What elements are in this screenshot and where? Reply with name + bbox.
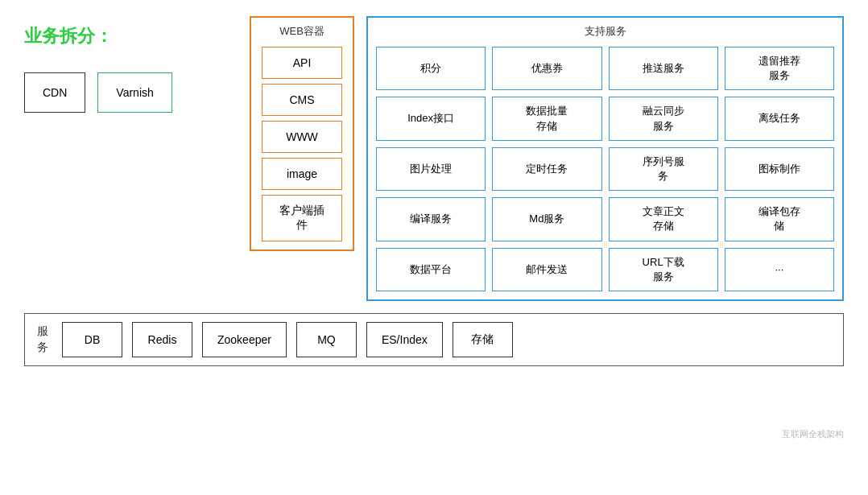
support-item-1: 积分 (376, 47, 486, 90)
support-item-5: Index接口 (376, 97, 486, 140)
support-item-20: ··· (725, 248, 834, 291)
web-box-api: API (262, 47, 342, 79)
web-box-cms: CMS (262, 84, 342, 116)
support-item-11: 序列号服务 (609, 147, 718, 191)
web-container-panel: WEB容器 API CMS WWW image 客户端插件 (250, 16, 354, 251)
bottom-section: 服 务 DB Redis Zookeeper MQ ES/Index 存储 (24, 313, 844, 366)
support-panel: 支持服务 积分 优惠券 推送服务 遗留推荐服务 Index接口 数据批量存储 融… (366, 16, 844, 301)
support-item-6: 数据批量存储 (492, 97, 601, 140)
main-container: 业务拆分： CDN Varnish WEB容器 API CMS WWW imag… (0, 0, 868, 374)
bottom-box-redis: Redis (132, 322, 192, 357)
bottom-box-storage: 存储 (453, 322, 513, 357)
left-panel: 业务拆分： CDN Varnish (24, 16, 250, 113)
support-item-19: URL下载服务 (609, 248, 718, 291)
support-item-18: 邮件发送 (492, 248, 601, 291)
support-item-14: Md服务 (492, 197, 601, 241)
web-container-title: WEB容器 (279, 24, 324, 39)
support-grid: 积分 优惠券 推送服务 遗留推荐服务 Index接口 数据批量存储 融云同步服务… (376, 47, 834, 291)
support-item-2: 优惠券 (492, 47, 601, 90)
support-item-10: 定时任务 (492, 147, 601, 191)
bottom-box-esindex: ES/Index (366, 322, 443, 357)
cdn-varnish-row: CDN Varnish (24, 72, 250, 113)
web-box-www: WWW (262, 121, 342, 153)
support-item-12: 图标制作 (725, 147, 834, 191)
watermark: 互联网全栈架构 (782, 428, 844, 440)
support-item-17: 数据平台 (376, 248, 486, 291)
support-item-7: 融云同步服务 (609, 97, 718, 140)
cdn-box: CDN (24, 72, 85, 113)
support-item-8: 离线任务 (725, 97, 834, 140)
web-box-image: image (262, 158, 342, 190)
web-box-plugin: 客户端插件 (262, 195, 342, 241)
support-title: 支持服务 (585, 24, 626, 39)
support-item-3: 推送服务 (609, 47, 718, 90)
support-item-15: 文章正文存储 (609, 197, 718, 241)
support-item-9: 图片处理 (376, 147, 486, 191)
top-section: 业务拆分： CDN Varnish WEB容器 API CMS WWW imag… (24, 16, 844, 301)
support-item-16: 编译包存储 (725, 197, 834, 241)
varnish-box: Varnish (97, 72, 172, 113)
business-title: 业务拆分： (24, 24, 250, 48)
support-item-4: 遗留推荐服务 (725, 47, 834, 90)
bottom-box-zookeeper: Zookeeper (202, 322, 287, 357)
bottom-label: 服 务 (37, 324, 48, 355)
support-item-13: 编译服务 (376, 197, 486, 241)
bottom-box-db: DB (62, 322, 122, 357)
bottom-box-mq: MQ (296, 322, 357, 357)
